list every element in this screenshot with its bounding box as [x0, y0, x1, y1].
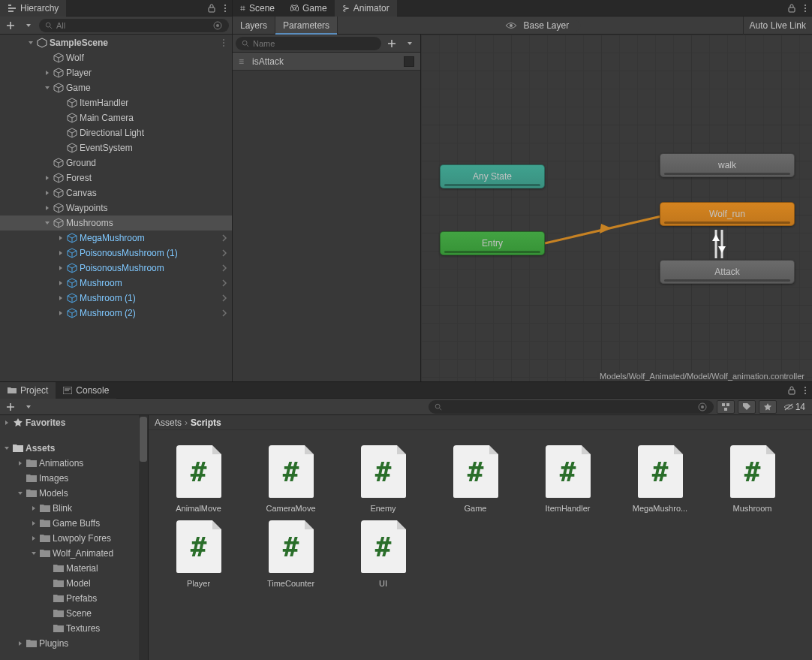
hierarchy-item[interactable]: PoisonousMushroom — [0, 261, 232, 276]
hierarchy-item[interactable]: Mushroom — [0, 276, 232, 291]
asset-item[interactable]: #Game — [433, 445, 518, 513]
hierarchy-item[interactable]: Player — [0, 65, 232, 80]
hierarchy-item[interactable]: ItemHandler — [0, 95, 232, 110]
expand-arrow-icon[interactable] — [30, 550, 38, 557]
expand-arrow-icon[interactable] — [44, 595, 51, 602]
breadcrumb-base-layer[interactable]: Base Layer — [519, 17, 576, 35]
hierarchy-item[interactable]: Directional Light — [0, 125, 232, 140]
parameter-checkbox[interactable] — [404, 56, 414, 67]
expand-arrow-icon[interactable] — [44, 189, 51, 197]
hierarchy-item[interactable]: Forest — [0, 170, 232, 185]
favorites-root[interactable]: Favorites — [0, 415, 139, 430]
project-tree-item[interactable]: Model — [0, 576, 139, 591]
node-walk[interactable]: walk — [660, 153, 795, 177]
project-tree-item[interactable]: Prefabs — [0, 591, 139, 606]
project-tree-item[interactable]: Plugins — [0, 636, 139, 651]
project-tree[interactable]: Favorites Assets AnimationsImagesModelsB… — [0, 415, 139, 660]
lock-icon[interactable] — [785, 382, 798, 399]
hierarchy-item[interactable]: Wolf — [0, 50, 232, 65]
param-search[interactable] — [236, 37, 381, 50]
hidden-items[interactable]: 14 — [780, 402, 809, 412]
expand-arrow-icon[interactable] — [17, 490, 24, 497]
more-icon[interactable] — [798, 0, 812, 17]
asset-grid[interactable]: #AnimalMove#CameraMove#Enemy#Game#ItemHa… — [149, 430, 812, 660]
add-param-button[interactable] — [384, 37, 399, 50]
project-tree-item[interactable]: Animations — [0, 456, 139, 471]
expand-arrow-icon[interactable] — [57, 99, 65, 107]
project-tree-item[interactable]: Textures — [0, 621, 139, 636]
favorite-button[interactable] — [759, 400, 777, 414]
hierarchy-item[interactable]: Canvas — [0, 185, 232, 200]
expand-arrow-icon[interactable] — [57, 129, 65, 137]
node-entry[interactable]: Entry — [440, 231, 545, 255]
project-tree-item[interactable]: Game Buffs — [0, 516, 139, 531]
eye-icon[interactable] — [504, 22, 519, 29]
more-icon[interactable] — [220, 38, 227, 47]
add-button[interactable] — [3, 400, 18, 414]
auto-live-link[interactable]: Auto Live Link — [743, 17, 812, 35]
asset-item[interactable]: #Enemy — [341, 445, 426, 513]
expand-arrow-icon[interactable] — [44, 610, 51, 617]
hierarchy-item[interactable]: Main Camera — [0, 110, 232, 125]
search-scope-icon[interactable] — [212, 20, 223, 31]
open-prefab-icon[interactable] — [221, 279, 227, 287]
project-tree-item[interactable]: Scene — [0, 606, 139, 621]
hierarchy-tree[interactable]: SampleScene WolfPlayerGameItemHandlerMai… — [0, 35, 232, 381]
node-wolf-run[interactable]: Wolf_run — [660, 202, 795, 226]
filter-type-button[interactable] — [717, 400, 735, 414]
tab-game[interactable]: 🎮︎Game — [282, 0, 335, 17]
project-search-input[interactable] — [446, 402, 693, 411]
project-scrollbar[interactable] — [139, 415, 148, 660]
hierarchy-item[interactable]: EventSystem — [0, 140, 232, 155]
parameters-tab[interactable]: Parameters — [275, 17, 338, 35]
expand-arrow-icon[interactable] — [57, 114, 65, 122]
expand-arrow-icon[interactable] — [30, 535, 38, 542]
expand-arrow-icon[interactable] — [44, 565, 51, 572]
asset-item[interactable]: #AnimalMove — [156, 445, 241, 513]
expand-arrow-icon[interactable] — [17, 460, 24, 467]
parameter-row[interactable]: ≡isAttack — [233, 53, 420, 71]
hierarchy-item[interactable]: Mushroom (2) — [0, 306, 232, 321]
asset-item[interactable]: #UI — [341, 520, 426, 588]
project-tree-item[interactable]: Blink — [0, 501, 139, 516]
hierarchy-item[interactable]: PoisonousMushroom (1) — [0, 246, 232, 261]
asset-item[interactable]: #Mushroom — [710, 445, 795, 513]
filter-label-button[interactable] — [738, 400, 756, 414]
hierarchy-item[interactable]: Mushroom (1) — [0, 291, 232, 306]
expand-arrow-icon[interactable] — [57, 249, 65, 257]
animator-graph[interactable]: Any State Entry walk Wolf_run Attack Mod… — [421, 35, 812, 381]
expand-arrow-icon[interactable] — [44, 69, 51, 77]
hierarchy-item[interactable]: Game — [0, 80, 232, 95]
param-search-input[interactable] — [253, 39, 375, 48]
node-attack[interactable]: Attack — [660, 260, 795, 284]
assets-root[interactable]: Assets — [0, 441, 139, 456]
open-prefab-icon[interactable] — [221, 234, 227, 242]
asset-item[interactable]: #TimeCounter — [248, 520, 333, 588]
expand-arrow-icon[interactable] — [44, 54, 51, 62]
expand-arrow-icon[interactable] — [44, 219, 51, 227]
expand-arrow-icon[interactable] — [44, 159, 51, 167]
hierarchy-search-input[interactable] — [56, 21, 209, 30]
tab-project[interactable]: Project — [0, 382, 56, 399]
asset-item[interactable]: #ItemHandler — [525, 445, 610, 513]
expand-arrow-icon[interactable] — [44, 204, 51, 212]
hierarchy-search[interactable] — [39, 19, 229, 32]
asset-item[interactable]: #Player — [156, 520, 241, 588]
tab-animator[interactable]: ⊱Animator — [335, 0, 397, 17]
lock-icon[interactable] — [785, 0, 798, 17]
tab-hierarchy[interactable]: Hierarchy — [0, 0, 66, 17]
expand-arrow-icon[interactable] — [44, 84, 51, 92]
hierarchy-item[interactable]: Waypoints — [0, 200, 232, 215]
hierarchy-item[interactable]: Ground — [0, 155, 232, 170]
node-any-state[interactable]: Any State — [440, 164, 545, 188]
search-scope-icon[interactable] — [697, 402, 708, 412]
expand-arrow-icon[interactable] — [17, 475, 24, 482]
expand-arrow-icon[interactable] — [17, 640, 24, 647]
hierarchy-item[interactable]: Mushrooms — [0, 215, 232, 231]
asset-item[interactable]: #MegaMushro... — [618, 445, 702, 513]
project-tree-item[interactable]: Images — [0, 471, 139, 486]
add-button[interactable] — [3, 19, 18, 32]
lock-icon[interactable] — [205, 0, 218, 17]
more-icon[interactable] — [218, 0, 232, 17]
expand-arrow-icon[interactable] — [57, 144, 65, 152]
